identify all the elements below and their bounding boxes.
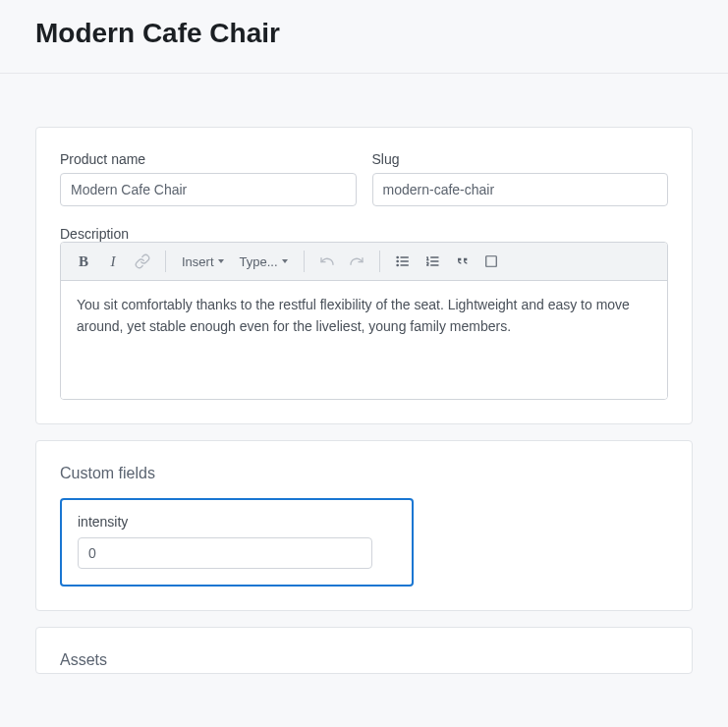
svg-point-5 (397, 264, 398, 265)
bold-button[interactable]: B (71, 249, 96, 274)
slug-label: Slug (372, 151, 669, 167)
toolbar-separator (165, 251, 166, 272)
description-editor-body[interactable]: You sit comfortably thanks to the restfu… (61, 281, 667, 399)
maximize-icon (484, 254, 498, 268)
page-header: Modern Cafe Chair (0, 0, 728, 74)
insert-dropdown[interactable]: Insert (176, 251, 230, 273)
insert-label: Insert (182, 254, 214, 269)
custom-field-intensity: intensity (60, 498, 414, 587)
type-label: Type... (240, 254, 278, 269)
assets-card: Assets (35, 627, 693, 674)
intensity-label: intensity (78, 514, 396, 530)
fullscreen-button[interactable] (478, 249, 504, 274)
redo-button[interactable] (344, 249, 369, 274)
svg-rect-9 (485, 256, 496, 267)
toolbar-separator (304, 251, 305, 272)
assets-title: Assets (60, 651, 668, 669)
page-content: Product name Slug Description B I (0, 74, 728, 674)
slug-input[interactable] (372, 173, 669, 206)
list-ul-icon (395, 253, 411, 269)
link-icon (135, 253, 150, 269)
undo-icon (319, 253, 335, 269)
svg-point-4 (397, 260, 398, 261)
intensity-input[interactable] (78, 537, 372, 569)
ordered-list-button[interactable] (420, 249, 445, 274)
link-button[interactable] (130, 249, 155, 274)
list-ol-icon (424, 253, 440, 269)
description-label: Description (60, 226, 129, 242)
custom-fields-card: Custom fields intensity (35, 440, 693, 611)
type-dropdown[interactable]: Type... (234, 251, 294, 273)
svg-point-3 (397, 256, 398, 257)
custom-fields-title: Custom fields (60, 465, 668, 482)
toolbar-separator (379, 251, 380, 272)
blockquote-button[interactable] (449, 249, 475, 274)
product-form-card: Product name Slug Description B I (35, 127, 693, 424)
slug-field: Slug (372, 151, 669, 206)
redo-icon (349, 253, 364, 269)
page-title: Modern Cafe Chair (35, 18, 693, 49)
italic-button[interactable]: I (100, 249, 126, 274)
description-field: Description B I Insert Type... (60, 226, 668, 400)
quote-icon (454, 253, 470, 269)
unordered-list-button[interactable] (390, 249, 416, 274)
product-name-label: Product name (60, 151, 357, 167)
caret-down-icon (282, 259, 288, 263)
caret-down-icon (218, 259, 224, 263)
product-name-field: Product name (60, 151, 357, 206)
product-name-input[interactable] (60, 173, 357, 206)
undo-button[interactable] (314, 249, 340, 274)
editor-toolbar: B I Insert Type... (61, 243, 667, 281)
rich-text-editor: B I Insert Type... (60, 242, 668, 400)
